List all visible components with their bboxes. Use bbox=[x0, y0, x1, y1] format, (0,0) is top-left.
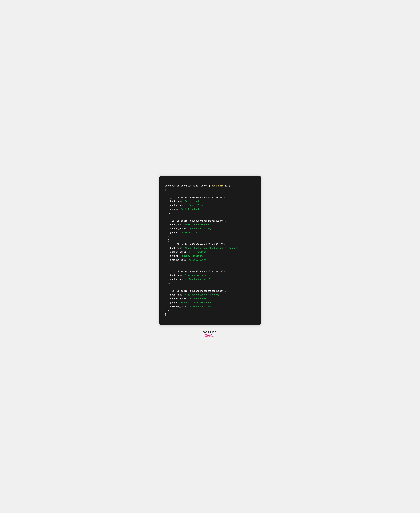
book-name-value-1: 'Atomic Habits' bbox=[185, 200, 205, 203]
brace-open-4: { bbox=[167, 267, 169, 269]
genre-value-3: 'Fantasy Fiction' bbox=[180, 255, 202, 257]
brace-open-2: { bbox=[167, 216, 169, 218]
genre-value-1: 'Self Help Book' bbox=[180, 208, 201, 210]
author-value-3: 'J. K. Rowling' bbox=[188, 251, 208, 253]
brace-open-3: { bbox=[167, 239, 169, 242]
author-label-1: author_name: bbox=[170, 204, 188, 207]
genre-value-2: 'Crime Fiction' bbox=[180, 231, 199, 234]
id-value-2: ObjectId("6400b5094a9d02f19c3401c4") bbox=[177, 220, 225, 222]
author-label-5: author_name: bbox=[170, 298, 188, 300]
brace-close-2: }, bbox=[167, 235, 170, 238]
book-name-label-5: book_name: bbox=[170, 294, 185, 296]
id-label-1: _id: bbox=[170, 196, 177, 199]
author-value-2: 'Agatha Christie' bbox=[188, 228, 210, 230]
brace-close-4: }, bbox=[167, 282, 170, 284]
code-content: BooksDB> db.BookList.find().sort({'book_… bbox=[165, 180, 255, 320]
release-label-3: release_date: bbox=[170, 259, 189, 261]
book-name-value-4: 'The ABC Murders' bbox=[185, 274, 208, 277]
logo-topics-text: Topics bbox=[205, 333, 215, 337]
id-value-3: ObjectId("6400af4a4a9d02f19c3401c0") bbox=[177, 243, 225, 245]
author-label-2: author_name: bbox=[170, 228, 188, 230]
prompt-text: BooksDB> db.BookList.find().sort({ bbox=[165, 185, 210, 187]
book-name-value-5: 'The Psychology of Money' bbox=[185, 294, 218, 296]
author-label-4: author_name: bbox=[170, 278, 188, 281]
prompt-line: BooksDB> db.BookList.find().sort({'book_… bbox=[165, 185, 230, 187]
open-bracket: [ bbox=[165, 189, 166, 191]
id-value-1: ObjectId("6400aec94a9d02f19c3401ba") bbox=[177, 196, 225, 199]
genre-label-5: genre: bbox=[170, 301, 180, 304]
terminal-window: BooksDB> db.BookList.find().sort({'book_… bbox=[159, 176, 261, 325]
id-label-5: _id: bbox=[170, 290, 177, 292]
brace-close-3: }, bbox=[167, 262, 170, 265]
logo-container: SCALER Topics bbox=[203, 331, 217, 337]
release-value-3: '2 July 1998' bbox=[189, 259, 206, 261]
book-name-label-2: book_name: bbox=[170, 223, 185, 226]
genre-label-1: genre: bbox=[170, 208, 180, 210]
id-value-5: ObjectId("6400af344a9d02f19c3401be") bbox=[177, 290, 225, 292]
book-name-label-1: book_name: bbox=[170, 200, 185, 203]
brace-open-1: { bbox=[167, 192, 169, 195]
brace-close-5: } bbox=[167, 309, 169, 312]
genre-value-5: 'NON FICTION / SELF HELP' bbox=[180, 301, 213, 304]
sort-val: :1}) bbox=[225, 185, 230, 187]
release-label-5: release_date: bbox=[170, 305, 189, 308]
author-value-5: 'Morgan Housel' bbox=[188, 298, 208, 300]
author-value-1: 'James Clear' bbox=[188, 204, 205, 207]
close-bracket: ] bbox=[165, 313, 166, 316]
id-label-2: _id: bbox=[170, 220, 177, 222]
genre-label-3: genre: bbox=[170, 255, 180, 257]
brace-close-1: }, bbox=[167, 212, 170, 214]
book-name-label-4: book_name: bbox=[170, 274, 185, 277]
id-label-3: _id: bbox=[170, 243, 177, 245]
book-name-label-3: book_name: bbox=[170, 247, 185, 249]
release-value-5: '8 September 2020' bbox=[189, 305, 213, 308]
book-name-value-3: 'Harry Potter and the Chamber of Secrets… bbox=[185, 247, 240, 249]
author-value-4: 'Agatha Christie' bbox=[188, 278, 210, 281]
id-label-4: _id: bbox=[170, 270, 177, 273]
brace-open-5: { bbox=[167, 286, 169, 288]
genre-label-2: genre: bbox=[170, 231, 180, 234]
book-name-value-2: 'Evil Under The Sun' bbox=[185, 223, 211, 226]
author-label-3: author_name: bbox=[170, 251, 188, 253]
sort-key: 'book_name' bbox=[210, 185, 225, 187]
id-value-4: ObjectId("6400af5a4a9d02f19c3401c2") bbox=[177, 270, 225, 273]
